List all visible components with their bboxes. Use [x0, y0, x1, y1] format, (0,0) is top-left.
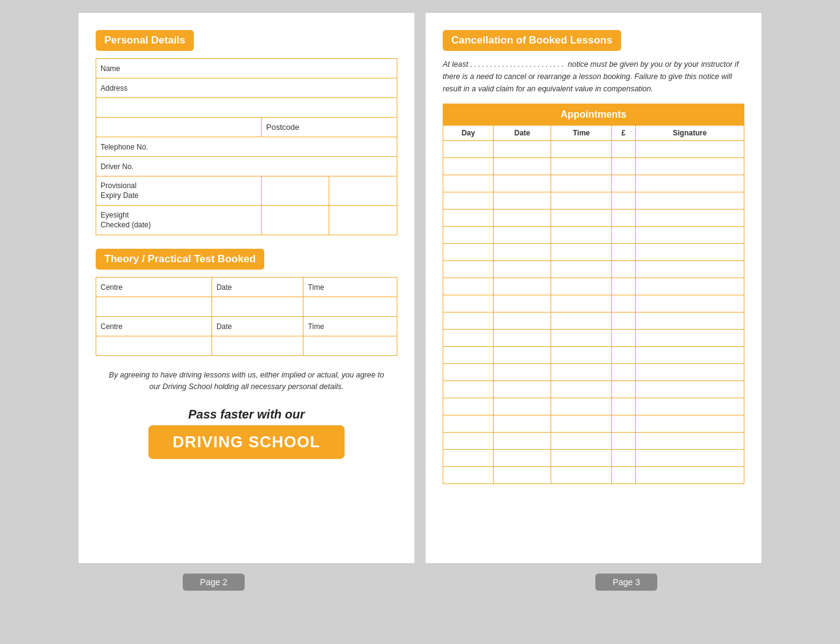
appointments-header: Appointments [443, 104, 744, 126]
date-label-1: Date [212, 278, 303, 297]
name-label: Name [96, 59, 397, 78]
time-label-1: Time [304, 278, 397, 297]
date-label-2: Date [212, 317, 303, 336]
postcode-empty [96, 118, 262, 137]
time-label-2: Time [304, 317, 397, 336]
centre-value-2 [96, 336, 212, 356]
date-value-2 [212, 336, 303, 356]
provisional-col1 [262, 176, 329, 206]
address-label: Address [96, 78, 397, 98]
table-row: EyesightChecked (date) [96, 206, 397, 235]
col-pounds: £ [612, 126, 636, 141]
notice-before: At least [443, 60, 470, 69]
table-row [443, 278, 744, 295]
eyesight-col1 [262, 206, 329, 235]
table-row [443, 433, 744, 450]
table-row [96, 336, 397, 356]
table-row [443, 381, 744, 398]
table-row [443, 364, 744, 381]
table-row [443, 295, 744, 313]
col-time: Time [551, 126, 612, 141]
table-row [96, 297, 397, 317]
col-date: Date [494, 126, 551, 141]
centre-label-1: Centre [96, 278, 212, 297]
table-row [96, 98, 397, 118]
page-3-label: Page 3 [595, 574, 657, 591]
table-row: ProvisionalExpiry Date [96, 176, 397, 206]
driving-school-label: DRIVING SCHOOL [148, 425, 345, 459]
provisional-label: ProvisionalExpiry Date [96, 176, 262, 206]
page-labels: Page 2 Page 3 [12, 574, 828, 591]
pages-container: Personal Details Name Address Postcode T… [78, 12, 762, 564]
table-row [443, 141, 744, 158]
page-3: Cancellation of Booked Lessons At least … [425, 12, 762, 564]
personal-details-table: Name Address Postcode Telephone No. Driv… [96, 58, 397, 235]
col-day: Day [443, 126, 494, 141]
appointments-col-headers: Day Date Time £ Signature [443, 126, 744, 141]
table-row [443, 347, 744, 364]
time-value-2 [304, 336, 397, 356]
table-row [443, 415, 744, 433]
table-row: Postcode [96, 118, 397, 137]
table-row [443, 227, 744, 244]
table-row [443, 158, 744, 175]
appointments-table: Appointments Day Date Time £ Signature [443, 104, 744, 484]
page-2: Personal Details Name Address Postcode T… [78, 12, 415, 564]
table-row: Centre Date Time [96, 317, 397, 336]
table-row [443, 330, 744, 347]
pass-text: Pass faster with our [96, 407, 397, 422]
table-row: Name [96, 59, 397, 78]
table-row [443, 210, 744, 227]
table-row [443, 261, 744, 278]
test-table: Centre Date Time Centre Date Time [96, 277, 397, 356]
date-value-1 [212, 297, 303, 317]
postcode-label: Postcode [262, 118, 397, 137]
page-2-label: Page 2 [183, 574, 244, 591]
disclaimer-text: By agreeing to have driving lessons with… [96, 369, 397, 393]
personal-details-title: Personal Details [96, 30, 194, 51]
address-row2 [96, 98, 397, 118]
driver-no-label: Driver No. [96, 157, 397, 176]
table-row [443, 175, 744, 192]
centre-label-2: Centre [96, 317, 212, 336]
table-row [443, 244, 744, 261]
table-row [443, 398, 744, 415]
eyesight-col2 [329, 206, 397, 235]
table-row: Address [96, 78, 397, 98]
table-row: Telephone No. [96, 137, 397, 157]
table-row [443, 450, 744, 467]
table-row [443, 192, 744, 210]
table-row [443, 313, 744, 330]
telephone-label: Telephone No. [96, 137, 397, 157]
table-row: Driver No. [96, 157, 397, 176]
notice-dots: ........................ [470, 60, 565, 69]
eyesight-label: EyesightChecked (date) [96, 206, 262, 235]
centre-value-1 [96, 297, 212, 317]
provisional-col2 [329, 176, 397, 206]
theory-practical-title: Theory / Practical Test Booked [96, 249, 264, 270]
cancellation-notice: At least ........................ notice… [443, 58, 744, 95]
time-value-1 [304, 297, 397, 317]
appointments-title: Appointments [443, 104, 744, 126]
table-row [443, 467, 744, 484]
col-signature: Signature [635, 126, 744, 141]
table-row: Centre Date Time [96, 278, 397, 297]
cancellation-title: Cancellation of Booked Lessons [443, 30, 621, 51]
